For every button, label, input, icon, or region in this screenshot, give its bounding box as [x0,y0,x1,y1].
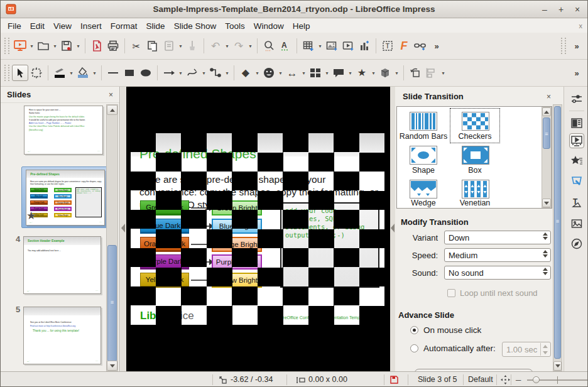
gallery-icon[interactable] [569,216,584,231]
toolbar-grip[interactable] [4,65,9,81]
flowchart-caret[interactable]: ▾ [324,65,330,81]
collapse-left-icon[interactable] [121,224,125,232]
insert-textbox-button[interactable]: T [379,38,396,54]
titlebar[interactable]: Sample-Impress-Template_Bern2014_rtryon.… [1,1,587,18]
shape-yellow-bright[interactable]: Yellow Bright [212,273,262,288]
hyperlink-button[interactable] [412,38,428,54]
shape-blue-dark[interactable]: Blue Dark [140,219,189,234]
scrollbar-thumb[interactable]: ≡ [107,245,117,362]
on-mouse-click-label[interactable]: On mouse click [423,325,481,335]
connector-arrow[interactable] [191,226,210,227]
scroll-down-button[interactable] [107,361,117,371]
fit-slide-icon[interactable] [501,375,510,384]
redo-button[interactable]: ↷ [231,38,247,54]
slides-panel-close-icon[interactable]: × [109,90,113,99]
stars-banners-caret[interactable]: ▾ [370,65,377,81]
on-mouse-click-radio[interactable] [410,326,418,334]
curves-polygons-button[interactable] [184,65,200,81]
slide-canvas[interactable]: Pre-defined Shapes Here are some pre-def… [126,87,390,371]
shape-blue-bright[interactable]: Blue Bright [212,219,262,234]
undo-button[interactable]: ↶ [207,38,224,54]
transition-shape[interactable]: Shape [397,166,450,175]
auto-after-spinbox[interactable]: 1.00 sec [502,342,551,357]
styles-icon[interactable]: T [569,195,584,210]
scrollbar-thumb[interactable]: ≡ [543,117,550,149]
minimize-button[interactable]: – [538,3,551,16]
toolbar-overflow-button[interactable]: » [428,38,445,54]
fill-color-caret[interactable]: ▾ [91,65,98,81]
master-slides-icon[interactable] [569,173,584,188]
code-example-box[interactable]: add your code examples, SQL statements, … [280,202,379,288]
scroll-up-button[interactable] [107,105,117,115]
ellipse-button[interactable] [138,65,154,81]
basic-shapes-caret[interactable]: ▾ [254,65,261,81]
sound-combobox[interactable]: No sound [444,266,551,280]
shape-purple-dark[interactable]: Purple Dark [140,254,189,270]
menu-view[interactable]: View [49,20,76,32]
connectors-caret[interactable]: ▾ [224,65,231,81]
block-arrows-button[interactable]: ↔ [284,65,300,81]
transition-checkers[interactable]: Checkers [449,132,501,141]
cut-button[interactable]: ✂ [128,38,144,54]
toolbar-grip[interactable] [561,38,566,54]
paste-dropdown-caret[interactable]: ▾ [177,38,184,54]
animation-icon[interactable] [569,153,584,168]
lines-arrows-button[interactable] [161,65,177,81]
print-button[interactable] [105,38,121,54]
connector-arrow[interactable] [191,207,210,209]
insert-table-button[interactable] [300,38,317,54]
connector-arrow[interactable] [191,261,210,263]
insert-table-caret[interactable]: ▾ [317,38,324,54]
insert-chart-button[interactable] [356,38,373,54]
transition-random-bars[interactable]: Random Bars [397,132,450,141]
menu-format[interactable]: Format [106,20,142,32]
shape-orange-dark[interactable]: Orange Dark [140,237,189,252]
insert-line-button[interactable] [105,65,121,81]
slide-thumbnail-2[interactable]: Here is space for your own text ... Some… [24,106,103,155]
connector-arrow[interactable] [191,280,210,281]
slide-thumbnail-3[interactable]: Pre-defined Shapes Here are some pre-def… [26,170,105,226]
paste-button[interactable] [161,38,177,54]
fill-color-button[interactable] [75,65,91,81]
slide-transition-tab-icon[interactable] [569,133,584,148]
save-button[interactable] [58,38,75,54]
menu-insert[interactable]: Insert [76,20,106,32]
curves-polygons-caret[interactable]: ▾ [200,65,207,81]
stars-banners-button[interactable]: ★ [354,65,370,81]
master-style-status[interactable]: Default [468,375,493,384]
wedge-transition-icon[interactable] [410,180,437,199]
venetian-transition-icon[interactable] [462,180,489,199]
slides-panel-splitter[interactable] [121,87,126,371]
maximize-button[interactable]: + [555,3,567,16]
clone-formatting-button[interactable] [184,38,200,54]
menu-tools[interactable]: Tools [220,20,249,32]
align-caret[interactable]: ▾ [440,65,447,81]
spelling-button[interactable]: A [277,38,293,54]
scroll-down-button[interactable] [553,361,562,371]
transition-list-scrollbar[interactable]: ≡ [542,107,552,208]
shape-yellow-dark[interactable]: Yellow Dark [140,273,189,288]
random-bars-icon[interactable] [410,112,437,131]
find-replace-button[interactable] [261,38,277,54]
sidebar-splitter[interactable] [390,87,395,371]
toolbar-overflow-button[interactable]: » [569,38,585,54]
zoom-out-button[interactable]: – [516,374,521,384]
basic-shapes-button[interactable]: ◆ [237,65,254,81]
new-presentation-button[interactable] [12,38,28,54]
zoom-slider-thumb[interactable] [533,376,540,383]
align-button[interactable] [423,65,440,81]
open-dropdown-caret[interactable]: ▾ [52,38,58,54]
transition-wedge[interactable]: Wedge [397,199,450,207]
slide-thumbnail-5[interactable]: See you at the LibreOffice Bern Conferen… [23,307,101,364]
panel-scrollbar[interactable]: ≡ [553,104,562,371]
menu-file[interactable]: File [3,20,26,32]
export-pdf-button[interactable] [89,38,105,54]
transition-panel-close-icon[interactable]: × [547,92,551,101]
menu-edit[interactable]: Edit [26,20,49,32]
properties-icon[interactable] [569,92,584,107]
rotate-button[interactable] [407,65,423,81]
toolbar-overflow-button[interactable]: » [569,65,585,81]
slides-scrollbar[interactable]: ≡ [106,104,118,371]
transition-listbox[interactable]: Random Bars Checkers Shape Box Wedge Ven… [396,106,552,209]
spin-up-icon[interactable] [541,343,550,349]
